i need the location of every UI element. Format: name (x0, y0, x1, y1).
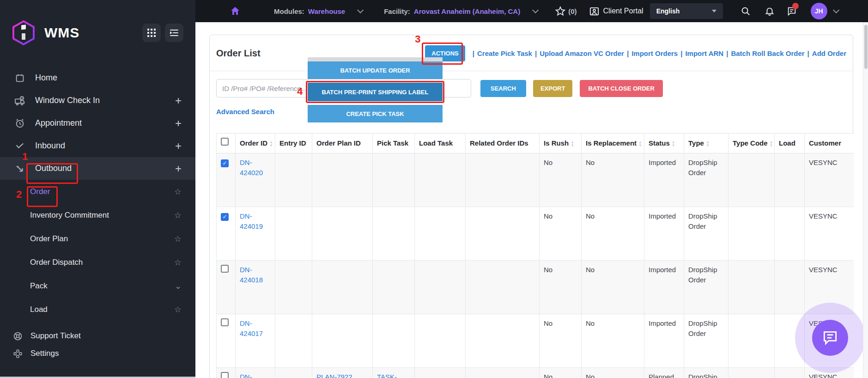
sort-icon[interactable]: ▴▾ (673, 140, 674, 147)
favorite-star-icon[interactable]: ☆ (174, 305, 182, 315)
order-id-link[interactable]: DN-424017 (240, 319, 263, 338)
menu-item-batch-update-order[interactable]: BATCH UPDATE ORDER (308, 61, 443, 79)
status-cell: Imported (644, 153, 684, 207)
load-cell (775, 367, 805, 378)
row-checkbox[interactable]: ✓ (221, 159, 229, 167)
sort-icon[interactable]: ▴▾ (707, 140, 709, 147)
chevron-down-icon[interactable] (833, 7, 839, 13)
sidebar-item-inventory-commitment[interactable]: Inventory Commitment ☆ (0, 203, 195, 227)
apps-grid-button[interactable] (142, 24, 161, 42)
header-link[interactable]: Import ARN (685, 49, 723, 57)
sidebar-item-settings[interactable]: Settings (0, 345, 195, 362)
batch-close-order-button[interactable]: BATCH CLOSE ORDER (580, 80, 662, 97)
order-id-link[interactable]: DN-424018 (240, 266, 263, 284)
table-row: DN-424016 PLAN-7922 TASK-195886 No No Pl… (217, 367, 854, 378)
modules-value: Warehouse (308, 7, 345, 15)
header-link[interactable]: Create Pick Task (477, 49, 532, 57)
favorite-star-icon[interactable]: ☆ (174, 210, 182, 220)
row-checkbox[interactable] (221, 265, 229, 273)
outbound-arrow-icon (14, 163, 26, 175)
order-id-link[interactable]: DN-424016 (240, 373, 263, 378)
vertical-scrollbar[interactable] (863, 22, 868, 378)
menu-item-create-pick-task[interactable]: CREATE PICK TASK (308, 105, 443, 122)
sidebar-item-home[interactable]: Home (0, 67, 195, 89)
row-checkbox[interactable]: ✓ (221, 213, 229, 221)
pick-task-cell (373, 153, 415, 207)
sidebar-collapse-button[interactable] (165, 24, 183, 42)
facility-label: Facility: (384, 7, 410, 15)
menu-item-batch-pre-print-shipping-label[interactable]: BATCH PRE-PRINT SHIPPING LABEL (308, 83, 443, 101)
expand-plus-icon[interactable]: + (175, 117, 182, 130)
order-plan-id-cell (312, 314, 373, 367)
order-id-link[interactable]: DN-424020 (240, 159, 263, 177)
sidebar-item-appointment[interactable]: Appointment + (0, 112, 195, 134)
favorite-star-icon[interactable]: ☆ (174, 257, 182, 268)
load-task-cell (415, 207, 466, 260)
is-replacement-cell: No (582, 153, 644, 207)
sidebar-item-support-ticket[interactable]: Support Ticket (0, 327, 195, 345)
load-cell (775, 207, 805, 260)
facility-selector[interactable]: Facility: Arovast Anaheim (Anaheim, CA) (384, 7, 537, 15)
sidebar-item-outbound[interactable]: Outbound + (0, 157, 195, 180)
order-plan-id-link[interactable]: PLAN-7922 (316, 373, 352, 378)
language-select[interactable]: English (650, 3, 723, 19)
is-rush-cell: No (540, 207, 582, 260)
modules-selector[interactable]: Modules: Warehouse (274, 7, 362, 15)
sort-icon[interactable]: ▴▾ (639, 140, 641, 147)
load-task-cell (415, 367, 466, 378)
sidebar-item-inbound[interactable]: Inbound + (0, 134, 195, 157)
export-button[interactable]: EXPORT (533, 80, 572, 97)
pick-task-cell: TASK-195886 (373, 367, 415, 378)
advanced-search-link[interactable]: Advanced Search (216, 108, 274, 116)
link-separator: | (535, 49, 537, 57)
column-header: Related Order IDs (470, 139, 528, 147)
expand-plus-icon[interactable]: + (175, 162, 182, 175)
header-link[interactable]: Add Order (812, 49, 846, 57)
facility-value: Arovast Anaheim (Anaheim, CA) (414, 7, 520, 15)
sidebar-item-window-check-in[interactable]: Window Check In + (0, 89, 195, 112)
select-all-checkbox[interactable] (221, 138, 229, 146)
row-checkbox[interactable] (221, 372, 229, 378)
sidebar-item-order-plan[interactable]: Order Plan ☆ (0, 227, 195, 250)
search-icon[interactable] (741, 6, 751, 16)
sidebar-item-order-dispatch[interactable]: Order Dispatch ☆ (0, 250, 195, 274)
order-id-link[interactable]: DN-424019 (240, 212, 263, 231)
messages-icon[interactable] (787, 6, 797, 16)
header-link[interactable]: Batch Roll Back Order (731, 49, 804, 57)
row-checkbox[interactable] (221, 318, 229, 326)
sidebar: WMS Home Window Check In (0, 0, 195, 378)
sort-icon[interactable]: ▴▾ (771, 140, 772, 147)
is-rush-cell: No (540, 314, 582, 367)
sidebar-item-load[interactable]: Load ☆ (0, 298, 195, 321)
user-avatar[interactable]: JH (811, 3, 827, 19)
sidebar-item-order[interactable]: Order ☆ (0, 180, 195, 203)
chevron-down-icon[interactable]: ⌄ (175, 281, 182, 291)
load-cell (775, 153, 805, 207)
sidebar-item-pack[interactable]: Pack ⌄ (0, 274, 195, 298)
notifications-bell-icon[interactable] (765, 6, 775, 16)
header-link[interactable]: Import Orders (631, 49, 678, 57)
settings-nodes-icon (12, 348, 23, 359)
table-row: ✓ DN-424020 No No Imported DropShip Orde… (217, 153, 854, 207)
link-separator: | (627, 49, 629, 57)
chat-widget-button[interactable] (812, 320, 848, 356)
home-icon[interactable] (230, 6, 241, 17)
favorite-star-icon[interactable]: ☆ (174, 234, 182, 244)
search-button[interactable]: SEARCH (480, 80, 526, 97)
expand-plus-icon[interactable]: + (175, 94, 182, 107)
is-rush-cell: No (540, 153, 582, 207)
scrollbar-thumb[interactable] (864, 25, 868, 69)
sidebar-item-label: Settings (30, 349, 59, 358)
pick-task-link[interactable]: TASK-195886 (377, 373, 400, 378)
expand-plus-icon[interactable]: + (175, 140, 182, 152)
client-portal-button[interactable]: Client Portal (589, 6, 643, 17)
sort-icon[interactable]: ▴▾ (571, 140, 573, 147)
order-plan-id-cell (312, 207, 373, 260)
wms-logo-icon (10, 19, 37, 46)
favorites-button[interactable]: (0) (555, 6, 577, 16)
sort-icon[interactable]: ▴▾ (270, 140, 272, 147)
order-table-body: ✓ DN-424020 No No Imported DropShip Orde… (217, 153, 854, 378)
favorite-star-icon[interactable]: ☆ (174, 187, 182, 197)
order-plan-id-cell: PLAN-7922 (312, 367, 373, 378)
header-link[interactable]: Upload Amazon VC Order (540, 49, 624, 57)
